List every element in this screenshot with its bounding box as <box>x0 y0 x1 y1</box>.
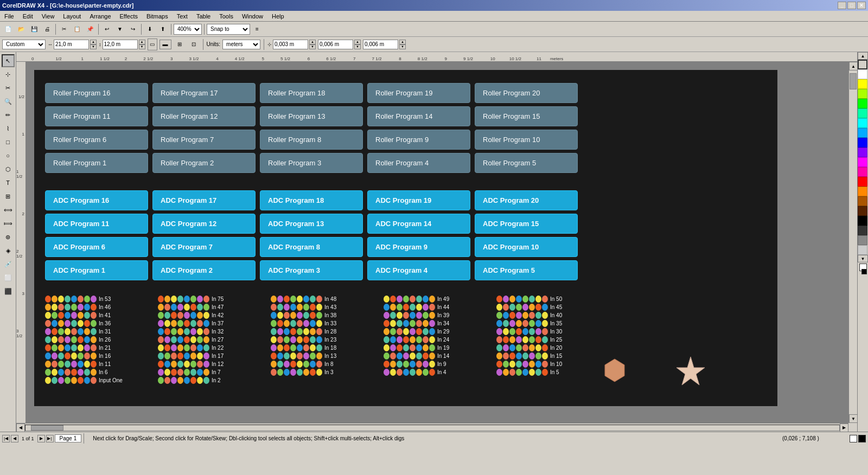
adc-12-button[interactable]: ADC Program 12 <box>152 214 256 234</box>
roller-8-button[interactable]: Roller Program 8 <box>260 130 363 150</box>
nudge3-input[interactable] <box>363 40 398 49</box>
adc-8-button[interactable]: ADC Program 8 <box>260 237 363 257</box>
nudge-up[interactable]: ▲ <box>309 40 316 44</box>
color-yellow[interactable] <box>858 79 867 89</box>
color-white[interactable] <box>858 69 867 79</box>
width-input[interactable]: 21,0 m <box>54 40 89 49</box>
roller-12-button[interactable]: Roller Program 12 <box>152 106 256 126</box>
roller-2-button[interactable]: Roller Program 2 <box>152 153 256 173</box>
nudge2-input[interactable] <box>318 40 353 49</box>
adc-17-button[interactable]: ADC Program 17 <box>152 190 256 210</box>
roller-3-button[interactable]: Roller Program 3 <box>260 153 363 173</box>
adc-13-button[interactable]: ADC Program 13 <box>260 214 363 234</box>
menu-table[interactable]: Table <box>192 12 215 21</box>
redo-button[interactable]: ↪ <box>127 23 139 35</box>
adc-16-button[interactable]: ADC Program 16 <box>45 190 148 210</box>
adc-15-button[interactable]: ADC Program 15 <box>475 214 578 234</box>
minimize-button[interactable]: _ <box>838 2 846 9</box>
color-green[interactable] <box>858 99 867 108</box>
window-controls[interactable]: _ □ ✕ <box>838 2 866 9</box>
menu-view[interactable]: View <box>37 12 59 21</box>
polygon-tool[interactable]: ⬡ <box>2 163 15 176</box>
select-tool[interactable]: ↖ <box>2 54 15 67</box>
ellipse-tool[interactable]: ○ <box>2 149 15 162</box>
color-gray[interactable] <box>858 235 867 245</box>
prev-page-button[interactable]: ◀ <box>11 435 18 442</box>
adc-20-button[interactable]: ADC Program 20 <box>475 190 578 210</box>
shape-tool[interactable]: ⊹ <box>2 68 15 81</box>
adc-14-button[interactable]: ADC Program 14 <box>367 214 470 234</box>
menu-window[interactable]: Window <box>238 12 267 21</box>
export-button[interactable]: ⬆ <box>157 23 169 35</box>
snap-select[interactable]: Snap to <box>207 24 250 35</box>
roller-20-button[interactable]: Roller Program 20 <box>475 83 578 103</box>
height-input[interactable]: 12,0 m <box>103 40 138 49</box>
color-purple[interactable] <box>858 147 867 157</box>
height-spinbox[interactable]: ▲ ▼ <box>139 40 145 49</box>
rect-tool[interactable]: □ <box>2 136 15 149</box>
roller-14-button[interactable]: Roller Program 14 <box>367 106 470 126</box>
color-dark-brown[interactable] <box>858 206 867 216</box>
adc-18-button[interactable]: ADC Program 18 <box>260 190 363 210</box>
color-pink[interactable] <box>858 167 867 177</box>
color-cyan-green[interactable] <box>858 108 867 118</box>
roller-9-button[interactable]: Roller Program 9 <box>367 130 470 150</box>
adc-9-button[interactable]: ADC Program 9 <box>367 237 470 257</box>
dimension-tool[interactable]: ⟺ <box>2 203 15 216</box>
text-tool[interactable]: T <box>2 176 15 189</box>
nudge3-spinbox[interactable]: ▲ ▼ <box>399 40 406 49</box>
roller-19-button[interactable]: Roller Program 19 <box>367 83 470 103</box>
hscroll-left[interactable]: ◀ <box>16 423 25 432</box>
roller-10-button[interactable]: Roller Program 10 <box>475 130 578 150</box>
menu-layout[interactable]: Layout <box>59 12 85 21</box>
last-page-button[interactable]: ▶| <box>46 435 54 442</box>
vscroll-up[interactable]: ▲ <box>849 62 857 70</box>
next-page-button[interactable]: ▶ <box>37 435 45 442</box>
menu-bitmaps[interactable]: Bitmaps <box>142 12 173 21</box>
crop-tool[interactable]: ✂ <box>2 81 15 94</box>
nudge2-spinbox[interactable]: ▲ ▼ <box>354 40 361 49</box>
palette-scroll-up[interactable]: ▲ <box>858 52 868 60</box>
smart-draw-tool[interactable]: ⌇ <box>2 122 15 135</box>
color-brown[interactable] <box>858 196 867 206</box>
outline-tool[interactable]: ⬜ <box>2 271 15 284</box>
height-up[interactable]: ▲ <box>139 40 145 44</box>
roller-4-button[interactable]: Roller Program 4 <box>367 153 470 173</box>
color-black[interactable] <box>858 216 867 226</box>
menu-edit[interactable]: Edit <box>18 12 37 21</box>
menu-effects[interactable]: Effects <box>116 12 142 21</box>
color-gray-light[interactable] <box>858 245 867 255</box>
fill-indicator[interactable] <box>850 435 857 442</box>
adc-10-button[interactable]: ADC Program 10 <box>475 237 578 257</box>
canvas-viewport[interactable]: ▲ ▼ Roller Program 16 Roller Program 17 <box>26 62 857 423</box>
table-tool[interactable]: ⊞ <box>2 190 15 203</box>
roller-17-button[interactable]: Roller Program 17 <box>152 83 256 103</box>
adc-7-button[interactable]: ADC Program 7 <box>152 237 256 257</box>
units-select[interactable]: meters inches cm <box>222 40 260 49</box>
page-tab-1[interactable]: Page 1 <box>55 434 82 442</box>
roller-13-button[interactable]: Roller Program 13 <box>260 106 363 126</box>
bleed-button[interactable]: ⊡ <box>188 38 200 50</box>
paste-button[interactable]: 📌 <box>84 23 96 35</box>
close-button[interactable]: ✕ <box>857 2 866 9</box>
adc-4-button[interactable]: ADC Program 4 <box>367 260 470 280</box>
nudge-spinbox[interactable]: ▲ ▼ <box>309 40 316 49</box>
roller-1-button[interactable]: Roller Program 1 <box>45 153 148 173</box>
fill-tool[interactable]: ◈ <box>2 244 15 257</box>
roller-16-button[interactable]: Roller Program 16 <box>45 83 148 103</box>
freehand-tool[interactable]: ✏ <box>2 108 15 121</box>
menu-help[interactable]: Help <box>267 12 289 21</box>
height-down[interactable]: ▼ <box>139 44 145 49</box>
no-fill-swatch[interactable] <box>858 60 867 69</box>
nudge2-up[interactable]: ▲ <box>354 40 361 44</box>
roller-6-button[interactable]: Roller Program 6 <box>45 130 148 150</box>
connector-tool[interactable]: ⟾ <box>2 217 15 230</box>
adc-2-button[interactable]: ADC Program 2 <box>152 260 256 280</box>
menu-file[interactable]: File <box>0 12 18 21</box>
color-magenta[interactable] <box>858 157 867 167</box>
vscroll-down[interactable]: ▼ <box>849 414 857 423</box>
adc-5-button[interactable]: ADC Program 5 <box>475 260 578 280</box>
vscroll-track[interactable] <box>849 70 857 414</box>
import-button[interactable]: ⬇ <box>144 23 156 35</box>
undo-button[interactable]: ↩ <box>101 23 113 35</box>
